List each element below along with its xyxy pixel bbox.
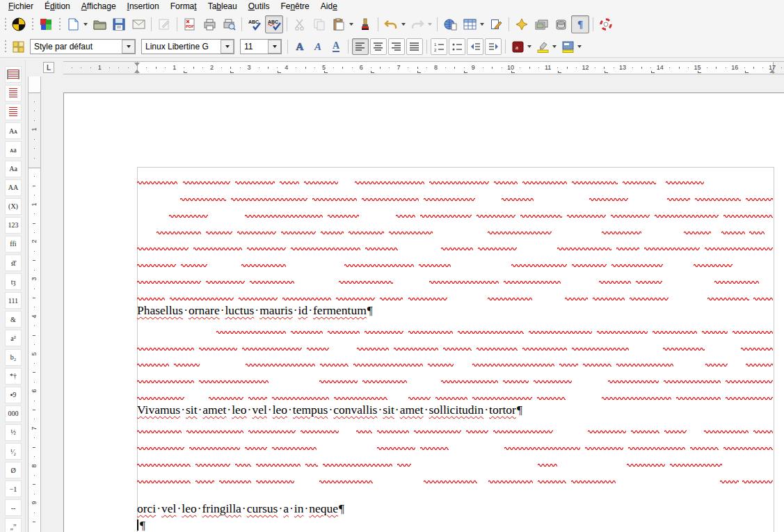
sidebar-ffi-ligature[interactable]: ffi [5,236,22,252]
styles-panel-icon[interactable] [10,38,26,55]
menu-aide[interactable]: Aide [315,1,343,12]
bold-icon[interactable]: A [291,38,308,55]
sidebar-graphite-paired-pages-icon[interactable] [5,66,22,83]
font-size-dropdown[interactable] [268,40,281,54]
formatting-marks-icon[interactable]: ¶ [571,15,589,33]
paragraph-style-dropdown[interactable] [122,40,135,54]
toolbar-grip[interactable] [58,17,61,31]
align-left-icon[interactable] [352,38,369,55]
paragraph-text-line[interactable]: Phasellus·ornare·luctus·mauris·id·fermen… [137,303,373,318]
help-icon[interactable] [597,15,615,33]
sidebar-superscript[interactable]: a² [5,330,22,346]
menu-fichier[interactable]: Fichier [3,1,39,12]
gallery-icon[interactable] [532,15,550,33]
print-preview-icon[interactable] [220,15,238,33]
menu-outils[interactable]: Outils [243,1,275,12]
sidebar-oldstyle-figures[interactable]: ▪9 [5,387,22,403]
increase-indent-icon[interactable] [485,38,502,55]
left-indent-marker[interactable] [134,70,140,73]
sidebar-stacked-fraction[interactable]: ¹⁄₂ [5,443,22,460]
undo-icon[interactable] [382,15,400,33]
menu-tableau[interactable]: Tableau [202,1,243,12]
sidebar-graphite-dotted-page-icon[interactable] [5,85,22,102]
redo-dropdown[interactable] [428,23,432,26]
bullet-list-icon[interactable] [449,38,465,55]
export-pdf-icon[interactable]: PDF [181,15,199,33]
paste-dropdown[interactable] [349,23,353,26]
toolbar-grip[interactable] [3,17,7,31]
tab-stop-type-selector[interactable]: L [43,62,54,73]
email-icon[interactable] [129,15,147,33]
font-color-dropdown[interactable] [527,45,531,48]
italic-icon[interactable]: A [310,38,326,55]
color-settings-icon[interactable] [37,15,55,33]
font-name-combobox[interactable]: Linux Libertine G [141,39,234,54]
cut-icon[interactable] [291,15,309,33]
align-right-icon[interactable] [388,38,405,55]
font-size-combobox[interactable]: 11 [240,39,282,54]
underline-icon[interactable]: A [328,38,344,55]
vertical-ruler[interactable]: 1123456789 [28,76,41,532]
empty-paragraph-line[interactable]: ¶ [137,518,145,532]
new-document-icon[interactable] [64,15,82,33]
sidebar-tabular-figures[interactable]: 111 [5,292,22,309]
data-sources-icon[interactable] [552,15,570,33]
menu-affichage[interactable]: Affichage [76,1,122,12]
sidebar-double-dash[interactable]: -- [5,499,22,516]
insert-table-icon[interactable] [461,15,479,33]
background-color-dropdown[interactable] [577,45,582,48]
menu-insertion[interactable]: Insertion [122,1,165,12]
hyperlink-icon[interactable] [441,15,459,33]
sidebar-all-caps[interactable]: AA [5,179,22,196]
paragraph-text-line[interactable]: Vivamus·sit·amet·leo·vel·leo·tempus·conv… [137,403,522,417]
sidebar-capitalize[interactable]: Aa [5,161,22,177]
horizontal-ruler[interactable]: 11234567891011121314151617 [63,61,784,74]
menu-edition[interactable]: Édition [39,1,76,12]
right-indent-marker[interactable] [769,70,775,73]
sidebar-triple-zero[interactable]: 000 [5,405,22,422]
auto-spellcheck-icon[interactable]: ABC [265,15,283,33]
sidebar-footnote-marks[interactable]: *† [5,368,22,385]
edit-file-icon[interactable] [155,15,173,33]
align-center-icon[interactable] [370,38,387,55]
undo-dropdown[interactable] [401,23,406,26]
left-indent-marker[interactable] [134,63,140,66]
paragraph-style-combobox[interactable]: Style par défaut [30,39,136,54]
justify-icon[interactable] [406,38,423,55]
navigator-icon[interactable] [513,15,531,33]
font-color-icon[interactable]: a [509,38,526,55]
print-icon[interactable] [200,15,218,33]
toolbar-grip[interactable] [31,17,34,31]
table-dropdown[interactable] [480,23,484,26]
sidebar-caps-smallcaps[interactable]: Aᴀ [5,122,22,139]
highlighting-icon[interactable] [534,38,551,55]
paragraph-text-line[interactable]: orci·vel·leo·fringilla·cursus·a·in·neque… [137,501,344,516]
sidebar-italic-ampersand[interactable]: & [5,311,22,328]
new-document-dropdown[interactable] [83,23,88,26]
numbered-list-icon[interactable]: 1 2 [431,38,447,55]
sidebar-st-ligature[interactable]: s͡t [5,255,22,271]
sidebar-fraction[interactable]: ½ [5,424,22,441]
sidebar-lining-figures[interactable]: 123 [5,217,22,234]
clone-formatting-icon[interactable] [356,15,374,33]
highlighting-dropdown[interactable] [552,45,557,48]
sidebar-smallcaps-lower[interactable]: ᴀa [5,141,22,158]
save-icon[interactable] [110,15,128,33]
menu-fenetre[interactable]: Fenêtre [275,1,314,12]
sidebar-parenthesized[interactable]: (X) [5,198,22,215]
sidebar-graphite-lined-page-icon[interactable] [5,104,22,120]
background-color-icon[interactable] [559,38,576,55]
toolbar-grip[interactable] [3,40,7,54]
custom-logo-icon[interactable] [10,15,28,33]
sidebar-slashed-zero[interactable]: Ø [5,462,22,478]
decrease-indent-icon[interactable] [467,38,483,55]
spellcheck-icon[interactable]: ABC [246,15,264,33]
sidebar-tz-ligature[interactable]: tȝ [5,273,22,290]
sidebar-subscript[interactable]: b₂ [5,349,22,366]
redo-icon[interactable] [408,15,426,33]
menu-format[interactable]: Format [165,1,202,12]
sidebar-minus-one[interactable]: −1 [5,481,22,497]
draw-functions-icon[interactable] [487,15,505,33]
open-icon[interactable] [90,15,109,33]
sidebar-quotes[interactable]: „” [5,518,22,532]
